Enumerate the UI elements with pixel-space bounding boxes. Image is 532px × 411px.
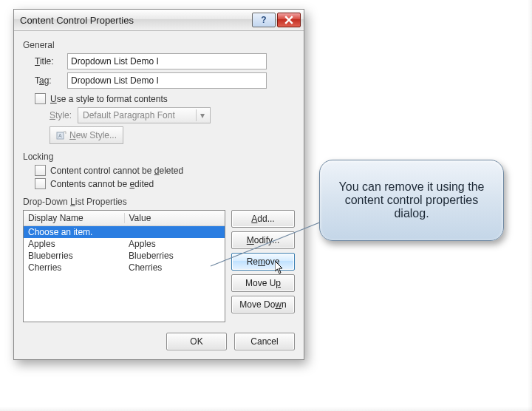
list-item-display: Choose an item. — [24, 227, 124, 237]
svg-text:A: A — [58, 133, 62, 138]
close-icon — [284, 16, 293, 24]
style-combo-value: Default Paragraph Font — [83, 110, 175, 120]
callout-bubble: You can remove it using the content cont… — [319, 160, 504, 241]
locking-section-label: Locking — [23, 152, 295, 162]
lock-edit-label: Contents cannot be edited — [50, 179, 154, 189]
list-buttons-column: Add... Modify... Remove Move Up Move Dow… — [231, 210, 295, 322]
title-input[interactable] — [67, 53, 267, 69]
list-item[interactable]: BlueberriesBlueberries — [24, 250, 225, 262]
modify-button[interactable]: Modify... — [231, 231, 295, 249]
dialog-titlebar[interactable]: Content Control Properties ? — [14, 10, 304, 31]
general-section-label: General — [23, 40, 295, 50]
new-style-icon: A — [56, 130, 66, 140]
col-value: Value — [125, 213, 225, 223]
list-item-display: Blueberries — [24, 251, 124, 261]
list-rows: Choose an item.ApplesApplesBlueberriesBl… — [24, 226, 225, 322]
move-up-button[interactable]: Move Up — [231, 274, 295, 292]
lock-delete-checkbox[interactable] — [35, 165, 46, 176]
list-item[interactable]: Choose an item. — [24, 226, 225, 238]
tag-label: Tag: — [35, 75, 67, 86]
ddl-section-label: Drop-Down List Properties — [23, 197, 295, 207]
tag-input[interactable] — [67, 72, 267, 89]
list-item-value: Apples — [124, 239, 225, 249]
col-display-name: Display Name — [24, 213, 125, 223]
title-label: Title: — [35, 56, 67, 67]
style-combo: Default Paragraph Font ▾ — [78, 107, 211, 123]
move-down-button[interactable]: Move Down — [231, 296, 295, 313]
ok-button[interactable]: OK — [166, 333, 227, 350]
close-button[interactable] — [277, 13, 301, 27]
list-item-display: Apples — [24, 239, 124, 249]
remove-button[interactable]: Remove — [231, 253, 295, 271]
content-control-properties-dialog: Content Control Properties ? General Tit… — [13, 9, 304, 360]
lock-delete-label: Content control cannot be deleted — [50, 166, 183, 176]
list-item[interactable]: ApplesApples — [24, 238, 225, 250]
list-item-value: Blueberries — [124, 251, 225, 261]
new-style-label: New Style... — [69, 130, 117, 140]
use-style-checkbox[interactable] — [35, 93, 46, 104]
list-item[interactable]: CherriesCherries — [24, 262, 225, 274]
list-item-display: Cherries — [24, 262, 124, 273]
add-button[interactable]: Add... — [231, 210, 295, 228]
help-icon: ? — [261, 15, 266, 25]
dialog-title: Content Control Properties — [20, 15, 250, 26]
new-style-button: A New Style... — [50, 126, 123, 144]
dialog-body: General Title: Tag: Use a style to forma… — [14, 31, 304, 359]
use-style-label: Use a style to format contents — [50, 94, 168, 104]
dropdown-items-listbox[interactable]: Display Name Value Choose an item.Apples… — [23, 210, 225, 322]
list-header: Display Name Value — [24, 211, 225, 226]
lock-edit-checkbox[interactable] — [35, 178, 46, 189]
chevron-down-icon: ▾ — [196, 109, 208, 121]
torn-edge-right — [528, 0, 532, 411]
cancel-button[interactable]: Cancel — [234, 333, 295, 350]
style-label: Style: — [50, 110, 78, 120]
callout-text: You can remove it using the content cont… — [332, 180, 491, 220]
list-item-value: Cherries — [124, 262, 225, 273]
help-button[interactable]: ? — [252, 13, 276, 27]
torn-edge-bottom — [0, 407, 532, 411]
